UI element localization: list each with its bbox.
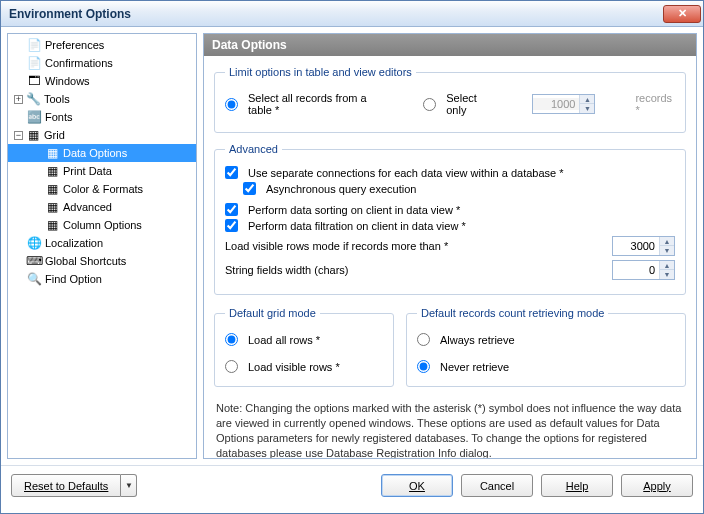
tree-item-label: Column Options (63, 219, 142, 231)
reset-dropdown[interactable]: ▼ (121, 474, 137, 497)
footnote: Note: Changing the options marked with t… (214, 397, 686, 458)
async-query-input[interactable] (243, 182, 256, 195)
tree-node-icon: ▦ (44, 199, 60, 215)
limit-group: Limit options in table and view editors … (214, 66, 686, 133)
grid-mode-group: Default grid mode Load all rows * Load v… (214, 307, 394, 387)
async-query-check[interactable]: Asynchronous query execution (243, 182, 675, 195)
tree-node-icon: 🔤 (26, 109, 42, 125)
select-all-radio[interactable]: Select all records from a table * (225, 92, 383, 116)
cancel-button[interactable]: Cancel (461, 474, 533, 497)
ok-button[interactable]: OK (381, 474, 453, 497)
tree-item-label: Tools (44, 93, 70, 105)
spin-up-icon[interactable]: ▲ (660, 261, 674, 270)
options-panel: Data Options Limit options in table and … (203, 33, 697, 459)
button-bar: Reset to Defaults ▼ OK Cancel Help Apply (1, 465, 703, 505)
title-bar: Environment Options ✕ (1, 1, 703, 27)
spin-down-icon[interactable]: ▼ (660, 270, 674, 279)
filter-client-input[interactable] (225, 219, 238, 232)
separate-conn-input[interactable] (225, 166, 238, 179)
tree-node-icon: 🌐 (26, 235, 42, 251)
tree-item-label: Global Shortcuts (45, 255, 126, 267)
string-width-label: String fields width (chars) (225, 264, 349, 276)
reset-button[interactable]: Reset to Defaults (11, 474, 121, 497)
tree-item-label: Advanced (63, 201, 112, 213)
tree-node-icon: ▦ (25, 127, 41, 143)
nav-tree[interactable]: 📄Preferences📄Confirmations🗔Windows+🔧Tool… (7, 33, 197, 459)
tree-item-tools[interactable]: +🔧Tools (8, 90, 196, 108)
tree-node-icon: 📄 (26, 37, 42, 53)
tree-node-icon: ⌨ (26, 253, 42, 269)
tree-node-icon: ▦ (44, 181, 60, 197)
collapse-icon[interactable]: − (14, 131, 23, 140)
tree-node-icon: ▦ (44, 163, 60, 179)
window-title: Environment Options (9, 7, 131, 21)
apply-button[interactable]: Apply (621, 474, 693, 497)
separate-conn-check[interactable]: Use separate connections for each data v… (225, 166, 675, 179)
tree-item-grid[interactable]: −▦Grid (8, 126, 196, 144)
load-visible-value[interactable] (613, 240, 659, 252)
select-all-input[interactable] (225, 98, 238, 111)
tree-item-fonts[interactable]: 🔤Fonts (8, 108, 196, 126)
close-icon: ✕ (678, 7, 687, 20)
panel-title: Data Options (204, 34, 696, 56)
filter-client-check[interactable]: Perform data filtration on client in dat… (225, 219, 675, 232)
close-button[interactable]: ✕ (663, 5, 701, 23)
tree-item-confirmations[interactable]: 📄Confirmations (8, 54, 196, 72)
tree-item-data-options[interactable]: ▦Data Options (8, 144, 196, 162)
grid-mode-legend: Default grid mode (225, 307, 320, 319)
expand-icon[interactable]: + (14, 95, 23, 104)
limit-legend: Limit options in table and view editors (225, 66, 416, 78)
tree-node-icon: ▦ (44, 217, 60, 233)
tree-item-label: Fonts (45, 111, 73, 123)
select-only-input[interactable] (423, 98, 436, 111)
load-visible-label: Load visible rows mode if records more t… (225, 240, 448, 252)
spin-down-icon[interactable]: ▼ (660, 246, 674, 255)
tree-item-label: Color & Formats (63, 183, 143, 195)
load-all-radio[interactable]: Load all rows * (225, 333, 383, 346)
spin-down-icon: ▼ (580, 104, 594, 113)
tree-item-label: Confirmations (45, 57, 113, 69)
tree-item-column-options[interactable]: ▦Column Options (8, 216, 196, 234)
tree-item-label: Preferences (45, 39, 104, 51)
retrieve-mode-group: Default records count retrieving mode Al… (406, 307, 686, 387)
sort-client-check[interactable]: Perform data sorting on client in data v… (225, 203, 675, 216)
select-only-value-box: ▲▼ (532, 94, 595, 114)
always-retrieve-radio[interactable]: Always retrieve (417, 333, 675, 346)
tree-item-windows[interactable]: 🗔Windows (8, 72, 196, 90)
tree-item-global-shortcuts[interactable]: ⌨Global Shortcuts (8, 252, 196, 270)
spin-up-icon[interactable]: ▲ (660, 237, 674, 246)
advanced-group: Advanced Use separate connections for ea… (214, 143, 686, 295)
select-only-radio[interactable]: Select only (423, 92, 492, 116)
tree-item-find-option[interactable]: 🔍Find Option (8, 270, 196, 288)
tree-node-icon: ▦ (44, 145, 60, 161)
tree-item-color-formats[interactable]: ▦Color & Formats (8, 180, 196, 198)
chevron-down-icon: ▼ (125, 481, 133, 490)
tree-node-icon: 📄 (26, 55, 42, 71)
records-suffix: records * (635, 92, 675, 116)
tree-node-icon: 🗔 (26, 73, 42, 89)
tree-item-label: Data Options (63, 147, 127, 159)
load-visible-radio[interactable]: Load visible rows * (225, 360, 383, 373)
advanced-legend: Advanced (225, 143, 282, 155)
tree-item-label: Grid (44, 129, 65, 141)
tree-item-label: Print Data (63, 165, 112, 177)
spin-up-icon: ▲ (580, 95, 594, 104)
sort-client-input[interactable] (225, 203, 238, 216)
string-width-value[interactable] (613, 264, 659, 276)
never-retrieve-radio[interactable]: Never retrieve (417, 360, 675, 373)
tree-item-label: Localization (45, 237, 103, 249)
string-width-value-box[interactable]: ▲▼ (612, 260, 675, 280)
select-only-label: Select only (446, 92, 492, 116)
select-all-label: Select all records from a table * (248, 92, 383, 116)
tree-item-print-data[interactable]: ▦Print Data (8, 162, 196, 180)
load-visible-value-box[interactable]: ▲▼ (612, 236, 675, 256)
tree-item-preferences[interactable]: 📄Preferences (8, 36, 196, 54)
tree-node-icon: 🔧 (25, 91, 41, 107)
tree-item-label: Find Option (45, 273, 102, 285)
help-button[interactable]: Help (541, 474, 613, 497)
tree-item-label: Windows (45, 75, 90, 87)
tree-node-icon: 🔍 (26, 271, 42, 287)
tree-item-advanced[interactable]: ▦Advanced (8, 198, 196, 216)
tree-item-localization[interactable]: 🌐Localization (8, 234, 196, 252)
retrieve-mode-legend: Default records count retrieving mode (417, 307, 608, 319)
